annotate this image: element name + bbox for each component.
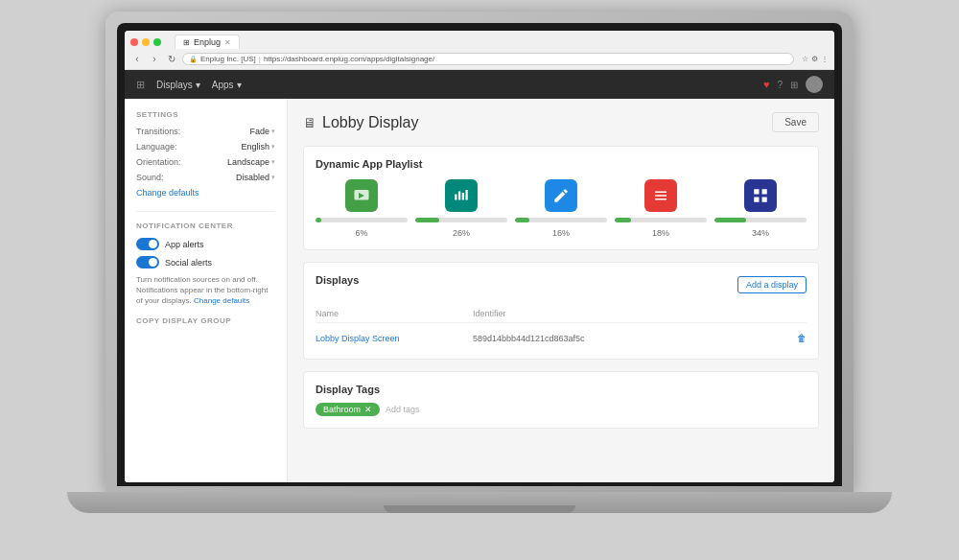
orientation-setting: Orientation: Landscape ▾ [136,157,275,167]
tag-label: Bathroom [323,405,361,414]
svg-rect-2 [458,192,460,200]
progress-bar-fill [714,218,746,222]
grid-icon[interactable]: ⊞ [790,80,798,90]
col-name-header: Name [316,309,473,318]
app-icon-red [644,179,677,212]
browser-chrome: ⊞ Enplug ✕ ‹ › ↻ 🔒 Enplug Inc. [US] [125,31,834,70]
display-name-link[interactable]: Lobby Display Screen [316,334,473,343]
app-alerts-toggle[interactable] [136,238,159,250]
tab-close-icon[interactable]: ✕ [224,38,231,47]
progress-bar-container [316,218,408,222]
sound-label: Sound: [136,173,164,182]
svg-rect-1 [455,195,456,200]
app-percent-label: 34% [752,228,769,238]
table-row: Lobby Display Screen589d14bbb44d121cd863… [316,329,807,347]
app-content: ⊞ Displays ▾ Apps ▾ ♥ [125,70,834,482]
progress-bar-container [615,218,707,222]
social-alerts-toggle[interactable] [136,256,159,268]
nav-right: ♥ ? ⊞ [763,76,823,93]
url-bar[interactable]: 🔒 Enplug Inc. [US] | https://dashboard.e… [182,53,794,65]
tab-title: Enplug [194,37,221,47]
nav-apps[interactable]: Apps ▾ [212,80,242,90]
heart-icon[interactable]: ♥ [763,79,770,90]
notification-change-defaults-link[interactable]: Change defaults [194,296,249,305]
bookmark-icon[interactable]: ☆ [802,55,808,63]
svg-rect-6 [762,189,767,194]
back-button[interactable]: ‹ [130,54,144,64]
progress-bar-container [415,218,507,222]
browser-controls: ⊞ Enplug ✕ [130,35,829,49]
url-domain: Enplug Inc. [US] [200,55,256,63]
tab-bar: ⊞ Enplug ✕ [175,35,240,49]
col-identifier-header: Identifier [473,309,787,318]
language-value-container[interactable]: English ▾ [241,142,275,152]
language-value: English [241,142,269,152]
save-button[interactable]: Save [772,112,819,132]
change-defaults-link[interactable]: Change defaults [136,188,275,198]
playlist-app-item[interactable]: 34% [714,179,807,238]
minimize-button[interactable] [142,38,150,46]
secure-icon: 🔒 [189,56,198,63]
add-display-button[interactable]: Add a display [737,276,807,293]
language-setting: Language: English ▾ [136,142,275,152]
orientation-value-container[interactable]: Landscape ▾ [227,157,275,167]
progress-bar-container [714,218,807,222]
tags-container: Bathroom✕Add tags [316,403,807,416]
laptop-screen: ⊞ Enplug ✕ ‹ › ↻ 🔒 Enplug Inc. [US] [125,31,834,482]
app-percent-label: 6% [355,228,367,238]
app-percent-label: 18% [652,228,669,238]
svg-rect-5 [754,189,759,194]
maximize-button[interactable] [153,38,161,46]
avatar[interactable] [806,76,823,93]
laptop-wrapper: ⊞ Enplug ✕ ‹ › ↻ 🔒 Enplug Inc. [US] [67,12,892,548]
settings-section-label: SETTINGS [136,110,275,119]
url-separator: | [259,55,261,63]
screen-bezel: ⊞ Enplug ✕ ‹ › ↻ 🔒 Enplug Inc. [US] [117,23,842,486]
page-content: SETTINGS Transitions: Fade ▾ Language: [125,99,834,482]
delete-display-button[interactable]: 🗑 [787,333,807,343]
extensions-icon[interactable]: ⚙ [811,55,818,63]
address-bar: ‹ › ↻ 🔒 Enplug Inc. [US] | https://dashb… [130,53,829,65]
notification-section-label: NOTIFICATION CENTER [136,222,275,230]
add-tags-input[interactable]: Add tags [386,405,420,414]
playlist-app-item[interactable]: 16% [515,179,607,238]
monitor-icon: 🖥 [303,115,316,130]
tag-chip: Bathroom✕ [316,403,380,416]
top-nav: ⊞ Displays ▾ Apps ▾ ♥ [125,70,834,99]
apps-chevron-icon: ▾ [237,80,242,90]
sound-setting: Sound: Disabled ▾ [136,173,275,182]
sound-value-container[interactable]: Disabled ▾ [236,173,275,182]
displays-rows: Lobby Display Screen589d14bbb44d121cd863… [316,329,807,347]
help-icon[interactable]: ? [777,80,783,90]
copy-display-label: COPY DISPLAY GROUP [136,316,275,325]
displays-card: Displays Add a display Name Identifier L… [303,262,819,360]
app-percent-label: 16% [552,228,570,238]
menu-icon[interactable]: ⋮ [821,55,829,63]
playlist-app-item[interactable]: 18% [615,179,707,238]
nav-displays[interactable]: Displays ▾ [156,80,200,90]
svg-rect-4 [466,190,468,200]
forward-button[interactable]: › [148,54,161,64]
progress-bar-fill [515,218,529,222]
page-title: 🖥 Lobby Display [303,114,419,131]
close-button[interactable] [130,38,138,46]
progress-bar-fill [615,218,631,222]
display-identifier: 589d14bbb44d121cd863af5c [473,334,787,343]
nav-left: ⊞ Displays ▾ Apps ▾ [136,79,242,91]
transitions-value-container[interactable]: Fade ▾ [249,127,275,136]
playlist-app-item[interactable]: 6% [316,179,408,238]
tag-remove-icon[interactable]: ✕ [364,405,372,414]
browser-tab[interactable]: ⊞ Enplug ✕ [175,35,240,49]
displays-title: Displays [316,274,359,286]
svg-rect-3 [462,193,464,200]
playlist-app-item[interactable]: 26% [415,179,507,238]
orientation-label: Orientation: [136,157,181,167]
svg-rect-8 [762,198,767,202]
sound-value: Disabled [236,173,269,182]
main-content: 🖥 Lobby Display Save Dynamic App Playlis… [288,99,834,482]
app-alerts-label: App alerts [165,240,204,249]
progress-bar-fill [316,218,321,222]
refresh-button[interactable]: ↻ [165,54,178,64]
social-alerts-label: Social alerts [165,258,212,268]
orientation-value: Landscape [227,157,269,167]
